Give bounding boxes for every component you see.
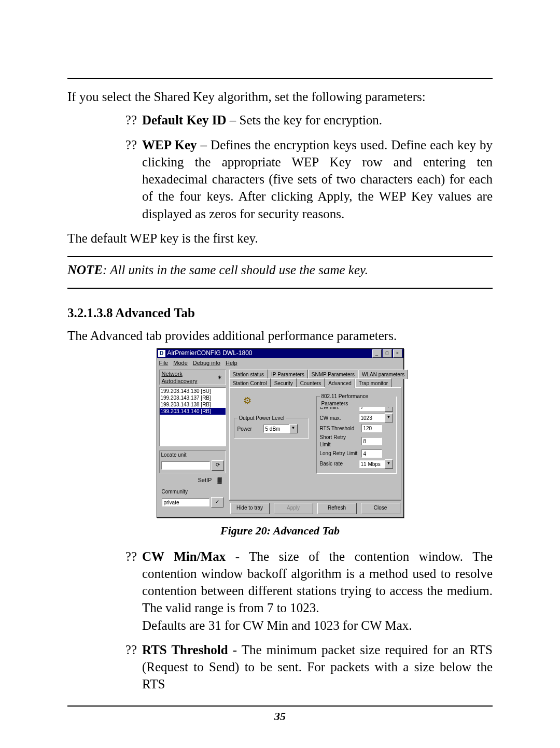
sep: -	[228, 643, 242, 657]
list-item: ?? CW Min/Max - The size of the contenti…	[67, 548, 493, 634]
chevron-down-icon[interactable]: ▼	[289, 424, 298, 433]
bullet-icon: ??	[67, 641, 142, 693]
tab-station-control[interactable]: Station Control	[229, 378, 271, 388]
list-item-text: CW Min/Max - The size of the contention …	[142, 548, 493, 634]
maximize-button[interactable]: □	[383, 349, 392, 358]
short-retry-label: Short Retry Limit	[320, 434, 358, 448]
menu-mode[interactable]: Mode	[173, 359, 188, 367]
footer-rule	[67, 705, 493, 707]
short-retry-input[interactable]: 8	[361, 437, 382, 445]
apply-button[interactable]: Apply	[274, 503, 313, 514]
tab-content-advanced: ⚙ Output Power Level Power 5 dBm ▼	[229, 387, 401, 500]
power-select[interactable]: 5 dBm ▼	[263, 424, 298, 433]
button-bar: Hide to tray Apply Refresh Close	[229, 500, 401, 515]
locate-input[interactable]	[161, 461, 210, 470]
term: CW Min/Max	[142, 549, 226, 563]
cwmax-select[interactable]: 1023 ▼	[359, 413, 393, 422]
list-item[interactable]: 199.203.143.137 [RB]	[160, 394, 226, 401]
locate-go-button[interactable]: ⟳	[212, 460, 224, 471]
tab-trap-monitor[interactable]: Trap monitor	[355, 378, 391, 388]
community-group: Community private ✓	[159, 487, 226, 510]
setip-label[interactable]: SetIP	[198, 477, 212, 483]
tab-station-status[interactable]: Station status	[229, 370, 268, 379]
locate-label: Locate unit	[160, 451, 226, 459]
menu-file[interactable]: File	[159, 359, 169, 367]
list-b: ?? CW Min/Max - The size of the contenti…	[67, 548, 493, 693]
rts-label: RTS Threshold	[320, 425, 358, 432]
list-a: ?? Default Key ID – Sets the key for enc…	[67, 111, 493, 222]
output-column: ⚙ Output Power Level Power 5 dBm ▼	[234, 393, 309, 474]
page: If you select the Shared Key algorithm, …	[0, 0, 560, 748]
rts-input[interactable]: 120	[361, 424, 382, 432]
community-accept-button[interactable]: ✓	[211, 497, 223, 507]
basic-rate-label: Basic rate	[320, 460, 356, 467]
refresh-button[interactable]: Refresh	[317, 503, 357, 514]
list-item: ?? RTS Threshold - The minimum packet si…	[67, 641, 493, 693]
term: WEP Key	[142, 138, 197, 152]
app-window: D AirPremierCONFIG DWL-1800 _ □ × File M…	[157, 348, 404, 518]
basic-rate-select[interactable]: 11 Mbps ▼	[359, 459, 393, 469]
setip-row: SetIP ▓	[159, 475, 226, 485]
sep: –	[197, 138, 211, 152]
bullet-icon: ??	[67, 111, 142, 129]
setip-icon[interactable]: ▓	[216, 476, 224, 484]
minimize-button[interactable]: _	[372, 349, 382, 358]
list-item[interactable]: 199.203.143.130 [BU]	[160, 388, 226, 394]
titlebar: D AirPremierCONFIG DWL-1800 _ □ ×	[157, 349, 403, 358]
tabstrip: Station status IP Parameters SNMP Parame…	[229, 370, 401, 387]
list-item: ?? WEP Key – Defines the encryption keys…	[67, 136, 493, 222]
tab-security[interactable]: Security	[271, 378, 297, 388]
menu-help[interactable]: Help	[226, 359, 237, 367]
window-buttons: _ □ ×	[372, 349, 402, 358]
output-power-title: Output Power Level	[237, 415, 286, 421]
list-item-text: WEP Key – Defines the encryption keys us…	[142, 136, 493, 222]
top-rule	[67, 78, 493, 79]
list-item-text: Default Key ID – Sets the key for encryp…	[142, 111, 493, 129]
locate-group: Locate unit ⟳	[159, 450, 226, 473]
advanced-intro: The Advanced tab provides additional per…	[67, 327, 493, 344]
tab-advanced[interactable]: Advanced	[325, 378, 355, 388]
long-retry-input[interactable]: 4	[361, 449, 382, 458]
output-power-group: Output Power Level Power 5 dBm ▼	[234, 418, 309, 439]
note-line: NOTE: All units in the same cell should …	[67, 261, 493, 278]
cwmax-label: CW max.	[320, 415, 356, 421]
cwmax-value: 1023	[359, 414, 385, 422]
extra: Defaults are 31 for CW Min and 1023 for …	[142, 618, 412, 632]
note-text: : All units in the same cell should use …	[103, 263, 368, 277]
autodiscovery-panel[interactable]: Network Autodiscovery ✶	[159, 370, 226, 385]
desc: Sets the key for encryption.	[239, 113, 382, 127]
basic-rate-value: 11 Mbps	[359, 460, 385, 468]
close-button[interactable]: ×	[393, 349, 402, 358]
device-listbox[interactable]: 199.203.143.130 [BU] 199.203.143.137 [RB…	[159, 387, 226, 446]
sep: –	[226, 113, 239, 127]
list-item: ?? Default Key ID – Sets the key for enc…	[67, 111, 493, 129]
tab-wlan-parameters[interactable]: WLAN parameters	[358, 370, 408, 379]
power-value: 5 dBm	[263, 425, 289, 433]
right-column: Station status IP Parameters SNMP Parame…	[229, 370, 401, 515]
list-item[interactable]: 199.203.143.138 [RB]	[160, 401, 226, 408]
hide-to-tray-button[interactable]: Hide to tray	[230, 503, 270, 514]
left-column: Network Autodiscovery ✶ 199.203.143.130 …	[159, 370, 226, 515]
power-label: Power	[237, 426, 260, 432]
note-label: NOTE	[67, 263, 103, 277]
chevron-down-icon[interactable]: ▼	[385, 459, 393, 469]
tab-counters[interactable]: Counters	[297, 378, 325, 388]
body-text: If you select the Shared Key algorithm, …	[67, 88, 493, 693]
tab-ip-parameters[interactable]: IP Parameters	[268, 370, 308, 379]
list-item-selected[interactable]: 199.203.143.140 [RB]	[160, 408, 226, 415]
chevron-down-icon[interactable]: ▼	[385, 413, 393, 422]
perf-title: 802.11 Performance Parameters	[320, 393, 396, 407]
term: Default Key ID	[142, 113, 226, 127]
close-window-button[interactable]: Close	[361, 503, 400, 514]
page-number: 35	[0, 710, 560, 723]
window-title: AirPremierCONFIG DWL-1800	[167, 349, 372, 358]
tab-snmp-parameters[interactable]: SNMP Parameters	[308, 370, 358, 379]
sep: -	[226, 549, 249, 563]
menu-debug[interactable]: Debug info	[193, 359, 220, 367]
antenna-icon: ⚙	[243, 395, 309, 407]
autodiscovery-icon: ✶	[216, 374, 223, 381]
note-rule-top	[67, 256, 493, 257]
bullet-icon: ??	[67, 548, 142, 634]
note-rule-bottom	[67, 288, 493, 289]
community-input[interactable]: private	[162, 498, 209, 506]
